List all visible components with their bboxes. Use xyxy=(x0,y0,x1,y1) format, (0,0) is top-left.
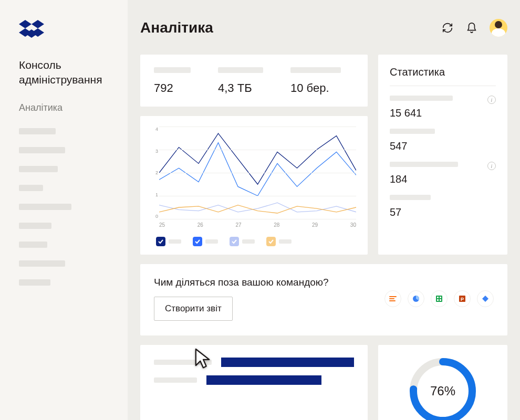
summary-value: 792 xyxy=(154,81,191,95)
legend-label-placeholder xyxy=(205,239,218,244)
sidebar-item-placeholder[interactable] xyxy=(19,279,50,286)
chart-y-ticks: 4 3 2 1 0 xyxy=(152,127,158,219)
summary-value: 10 бер. xyxy=(290,81,341,95)
sidebar-item-placeholder[interactable] xyxy=(19,204,71,210)
svg-rect-9 xyxy=(436,296,442,302)
summary-label-placeholder xyxy=(290,67,341,73)
bar-fill xyxy=(221,358,354,367)
svg-text:P: P xyxy=(461,297,464,302)
stats-title: Статистика xyxy=(390,66,496,78)
sidebar-item-analytics[interactable]: Аналітика xyxy=(19,102,109,113)
presentation-file-icon: P xyxy=(454,290,471,307)
file-type-icons: P xyxy=(384,290,494,307)
bar-row xyxy=(154,358,354,367)
svg-marker-1 xyxy=(32,20,44,28)
stat-item: i 15 641 xyxy=(390,96,496,119)
sidebar-item-placeholder[interactable] xyxy=(19,128,56,134)
bar-fill xyxy=(206,375,321,385)
checkbox-icon[interactable] xyxy=(156,237,165,246)
stat-item: i 184 xyxy=(390,162,496,185)
header: Аналітика xyxy=(140,19,507,37)
legend-item[interactable] xyxy=(230,237,255,246)
summary-label-placeholder xyxy=(154,67,191,73)
activity-chart: 4 3 2 1 0 xyxy=(140,116,368,255)
legend-item[interactable] xyxy=(266,237,292,246)
sidebar-item-placeholder[interactable] xyxy=(19,260,65,267)
sidebar-item-placeholder[interactable] xyxy=(19,166,58,172)
svg-marker-0 xyxy=(19,20,32,28)
checkbox-icon[interactable] xyxy=(193,237,202,246)
stat-item: 547 xyxy=(390,129,496,152)
share-title: Чим діляться поза вашою командою? xyxy=(154,277,329,288)
dropbox-file-icon xyxy=(477,290,494,307)
sidebar-title: Консоль адміністрування xyxy=(19,58,109,88)
sidebar-item-placeholder[interactable] xyxy=(19,147,65,153)
legend-item[interactable] xyxy=(193,237,218,246)
info-icon[interactable]: i xyxy=(487,162,496,170)
chart-x-ticks: 25 26 27 28 29 30 xyxy=(159,222,356,229)
chart-legend xyxy=(152,237,356,246)
bell-icon[interactable] xyxy=(465,22,478,34)
chart-plot xyxy=(159,127,356,219)
svg-rect-11 xyxy=(440,297,441,298)
donut-percent: 76% xyxy=(406,354,480,420)
dropbox-logo-icon xyxy=(19,20,109,43)
avatar[interactable] xyxy=(490,19,507,37)
sidebar-item-placeholder[interactable] xyxy=(19,242,47,248)
page-title: Аналітика xyxy=(140,19,213,36)
refresh-icon[interactable] xyxy=(441,22,454,34)
summary-label-placeholder xyxy=(218,67,263,73)
bar-row xyxy=(154,375,354,385)
spreadsheet-file-icon xyxy=(431,290,448,307)
sidebar-item-placeholder[interactable] xyxy=(19,223,51,229)
stats-card: Статистика i 15 641 547 i 184 xyxy=(378,55,507,255)
sidebar-item-placeholder[interactable] xyxy=(19,185,43,191)
svg-rect-13 xyxy=(440,299,441,301)
legend-label-placeholder xyxy=(279,239,292,244)
svg-marker-16 xyxy=(482,296,488,302)
checkbox-icon[interactable] xyxy=(230,237,239,246)
summary-card: 792 4,3 ТБ 10 бер. xyxy=(140,55,368,107)
text-file-icon xyxy=(384,290,401,307)
main-content: Аналітика xyxy=(128,0,520,420)
donut-card: 76% xyxy=(378,345,507,420)
bars-card xyxy=(140,345,368,420)
stat-item: 57 xyxy=(390,195,496,218)
legend-label-placeholder xyxy=(169,239,181,244)
share-report-card: Чим діляться поза вашою командою? Створи… xyxy=(140,264,507,335)
info-icon[interactable]: i xyxy=(487,96,496,104)
legend-label-placeholder xyxy=(242,239,255,244)
chart-file-icon xyxy=(408,290,424,307)
svg-rect-12 xyxy=(437,299,439,301)
svg-rect-10 xyxy=(437,297,439,298)
sidebar: Консоль адміністрування Аналітика xyxy=(0,0,128,420)
checkbox-icon[interactable] xyxy=(266,237,276,246)
summary-value: 4,3 ТБ xyxy=(218,81,263,95)
create-report-button[interactable]: Створити звіт xyxy=(154,297,233,321)
legend-item[interactable] xyxy=(156,237,181,246)
